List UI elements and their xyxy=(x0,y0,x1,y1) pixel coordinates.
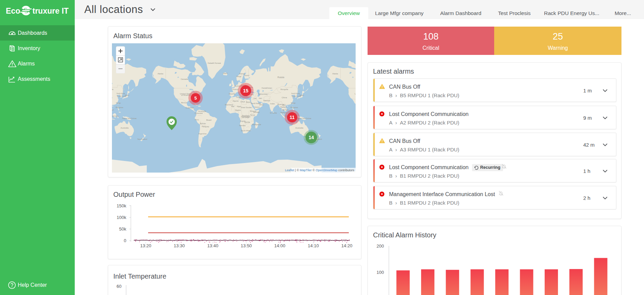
svg-text:Alaska: Alaska xyxy=(158,73,163,75)
svg-text:France: France xyxy=(232,88,238,90)
svg-text:South Africa: South Africa xyxy=(241,130,251,132)
svg-text:Pakistan: Pakistan xyxy=(263,100,270,102)
svg-text:Papua New Guinea: Papua New Guinea xyxy=(122,118,137,119)
svg-text:Laos: Laos xyxy=(282,104,286,106)
svg-text:New Zealand: New Zealand xyxy=(138,138,147,140)
svg-text:Türkmenistan: Türkmenistan xyxy=(258,93,268,95)
svg-text:Philippines: Philippines xyxy=(116,107,124,108)
svg-text:Russia: Russia xyxy=(277,76,284,78)
svg-text:14:00: 14:00 xyxy=(274,243,286,248)
svg-text:Việt Nam: Việt Nam xyxy=(112,109,114,111)
svg-text:Oman: Oman xyxy=(259,104,264,106)
svg-text:Leaflet | © MapTiler © OpenStr: Leaflet | © MapTiler © OpenStreetMap con… xyxy=(285,168,354,172)
svg-text:200: 200 xyxy=(376,244,384,249)
svg-text:México: México xyxy=(181,102,187,104)
svg-text:North Korea: North Korea xyxy=(117,93,125,94)
svg-text:South Korea: South Korea xyxy=(292,95,301,97)
svg-text:15: 15 xyxy=(243,88,248,93)
svg-text:United States: United States xyxy=(355,93,356,95)
svg-text:India: India xyxy=(270,103,275,105)
svg-text:Tchad: Tchad xyxy=(241,106,245,108)
svg-text:14:20: 14:20 xyxy=(341,243,353,248)
svg-text:Madagascar: Madagascar xyxy=(252,124,261,126)
svg-text:100k: 100k xyxy=(117,215,127,220)
svg-text:Indonesia: Indonesia xyxy=(112,115,118,117)
svg-text:North Korea: North Korea xyxy=(291,93,300,94)
svg-text:5: 5 xyxy=(194,95,197,101)
svg-text:Norge: Norge xyxy=(237,75,241,77)
svg-text:13:50: 13:50 xyxy=(241,243,252,248)
svg-text:Angola: Angola xyxy=(240,120,245,122)
svg-text:Libya: Libya xyxy=(240,101,245,103)
svg-text:Mauritania: Mauritania xyxy=(225,104,233,106)
svg-text:Việt Nam: Việt Nam xyxy=(282,109,289,111)
svg-text:Canada: Canada xyxy=(355,78,356,80)
svg-text:China: China xyxy=(282,97,287,99)
svg-text:Somalia: Somalia xyxy=(253,111,259,113)
svg-text:Perú: Perú xyxy=(195,119,199,121)
svg-text:Paraguay: Paraguay xyxy=(202,126,209,128)
svg-text:Tunisia: Tunisia xyxy=(236,97,241,98)
svg-text:Kalaallit Nunaat: Kalaallit Nunaat xyxy=(208,62,221,64)
svg-text:truxure IT: truxure IT xyxy=(32,6,69,15)
svg-text:Australia: Australia xyxy=(120,127,129,129)
svg-text:España: España xyxy=(229,93,236,95)
svg-text:0: 0 xyxy=(124,238,126,243)
svg-text:Thailand: Thailand xyxy=(280,106,287,108)
svg-text:Iran: Iran xyxy=(259,97,262,99)
svg-text:14:10: 14:10 xyxy=(308,243,319,248)
svg-text:Kenya: Kenya xyxy=(250,114,255,116)
svg-text:Island: Island xyxy=(223,72,228,74)
svg-text:Canada: Canada xyxy=(181,78,188,80)
svg-text:13:30: 13:30 xyxy=(174,243,185,248)
svg-text:Guatemala: Guatemala xyxy=(186,107,194,109)
svg-text:Nigeria: Nigeria xyxy=(235,109,241,111)
svg-text:Mongolia: Mongolia xyxy=(281,88,288,90)
svg-text:13:40: 13:40 xyxy=(207,243,218,248)
svg-text:Sri Lanka: Sri Lanka xyxy=(270,112,277,114)
svg-text:Alaska: Alaska xyxy=(332,73,338,75)
svg-text:Eco: Eco xyxy=(6,6,20,15)
svg-text:Australia: Australia xyxy=(295,127,303,129)
svg-text:Algeria: Algeria xyxy=(232,100,239,102)
svg-text:50k: 50k xyxy=(119,226,126,232)
svg-text:Taiwan: Taiwan xyxy=(291,102,296,104)
svg-text:Philippines: Philippines xyxy=(290,107,298,108)
svg-text:Bolivia: Bolivia xyxy=(200,122,206,124)
svg-text:Suomi: Suomi xyxy=(244,74,249,76)
svg-text:Yemen: Yemen xyxy=(254,106,260,108)
svg-text:Kazakhstan: Kazakhstan xyxy=(262,87,272,89)
svg-text:60: 60 xyxy=(117,284,121,289)
svg-text:Brasil: Brasil xyxy=(206,119,211,121)
svg-text:14: 14 xyxy=(309,135,314,140)
svg-text:Sverige: Sverige xyxy=(239,73,245,75)
svg-text:Argentina: Argentina xyxy=(198,133,206,135)
svg-text:Taiwan: Taiwan xyxy=(116,102,121,104)
svg-text:du Congo: du Congo xyxy=(242,117,249,118)
svg-text:Venezuela: Venezuela xyxy=(198,110,206,112)
svg-text:13:20: 13:20 xyxy=(140,243,152,248)
svg-text:Colombia: Colombia xyxy=(195,112,203,114)
svg-text:Iraq: Iraq xyxy=(254,97,257,99)
svg-text:South Korea: South Korea xyxy=(117,95,126,97)
svg-text:11: 11 xyxy=(290,115,295,120)
svg-text:Namibia: Namibia xyxy=(239,124,246,127)
svg-text:100: 100 xyxy=(376,270,384,275)
svg-text:150k: 150k xyxy=(117,203,127,208)
svg-text:Soudan: Soudan xyxy=(246,106,252,108)
